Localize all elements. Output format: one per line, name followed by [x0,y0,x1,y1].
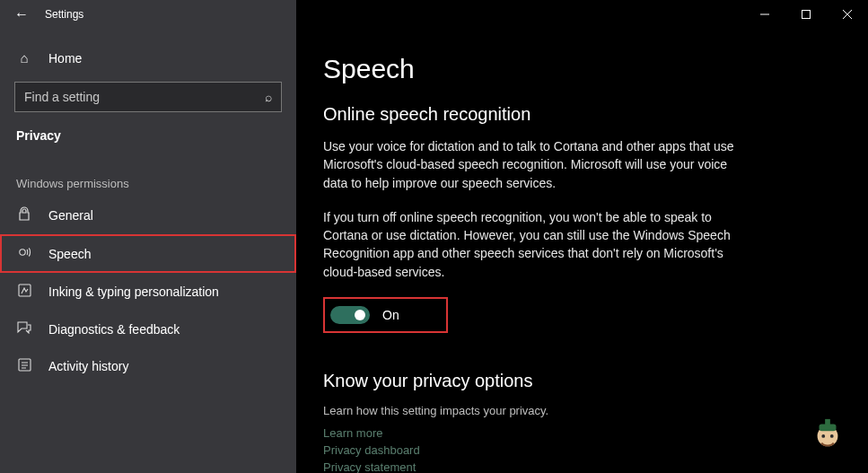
description-2: If you turn off online speech recognitio… [323,208,754,281]
svg-point-10 [821,434,825,438]
app-title: Settings [45,8,83,21]
history-icon [16,358,32,374]
svg-rect-9 [825,419,830,425]
category-heading: Privacy [0,121,296,159]
speech-toggle-block: On [323,297,448,333]
home-icon: ⌂ [16,50,32,66]
home-label: Home [48,51,82,66]
window-controls [744,0,868,29]
group-label: Windows permissions [0,159,296,196]
toggle-state-label: On [382,308,399,322]
sidebar-item-general[interactable]: General [0,196,296,234]
sidebar-item-diagnostics[interactable]: Diagnostics & feedback [0,311,296,347]
page-title: Speech [323,54,841,84]
feedback-icon [16,321,32,337]
section-title: Online speech recognition [323,104,841,125]
inking-icon [16,284,32,300]
privacy-options-sub: Learn how this setting impacts your priv… [323,404,841,417]
svg-point-11 [830,434,834,438]
speech-icon [16,245,32,262]
svg-rect-8 [820,425,837,432]
learn-more-link[interactable]: Learn more [323,426,841,440]
sidebar-item-label: Speech [48,247,91,261]
home-nav[interactable]: ⌂ Home [0,39,296,76]
sidebar-item-label: Activity history [48,359,128,373]
maximize-button[interactable] [785,0,827,29]
search-box[interactable]: ⌕ [14,82,282,112]
sidebar-item-label: Diagnostics & feedback [48,322,180,337]
sidebar-item-label: General [48,208,93,223]
sidebar-item-speech[interactable]: Speech [0,234,296,273]
title-bar: ← Settings [0,0,868,29]
mascot-icon [811,417,845,451]
sidebar-item-inking[interactable]: Inking & typing personalization [0,273,296,311]
description-1: Use your voice for dictation and to talk… [323,137,754,192]
sidebar-item-label: Inking & typing personalization [48,285,219,299]
toggle-knob [355,310,365,320]
search-input[interactable] [24,90,265,104]
back-arrow-icon[interactable]: ← [14,6,29,22]
main-content: Speech Online speech recognition Use you… [296,29,868,473]
svg-rect-5 [19,285,31,296]
lock-icon [16,206,32,223]
close-button[interactable] [827,0,868,29]
svg-point-4 [20,250,25,255]
privacy-options-title: Know your privacy options [323,371,841,391]
minimize-button[interactable] [744,0,785,29]
speech-toggle[interactable] [330,306,370,324]
svg-rect-1 [802,11,811,19]
search-icon: ⌕ [265,90,272,104]
sidebar-item-activity[interactable]: Activity history [0,347,296,385]
privacy-statement-link[interactable]: Privacy statement [323,460,841,473]
sidebar: ⌂ Home ⌕ Privacy Windows permissions Gen… [0,29,296,473]
privacy-dashboard-link[interactable]: Privacy dashboard [323,443,841,457]
